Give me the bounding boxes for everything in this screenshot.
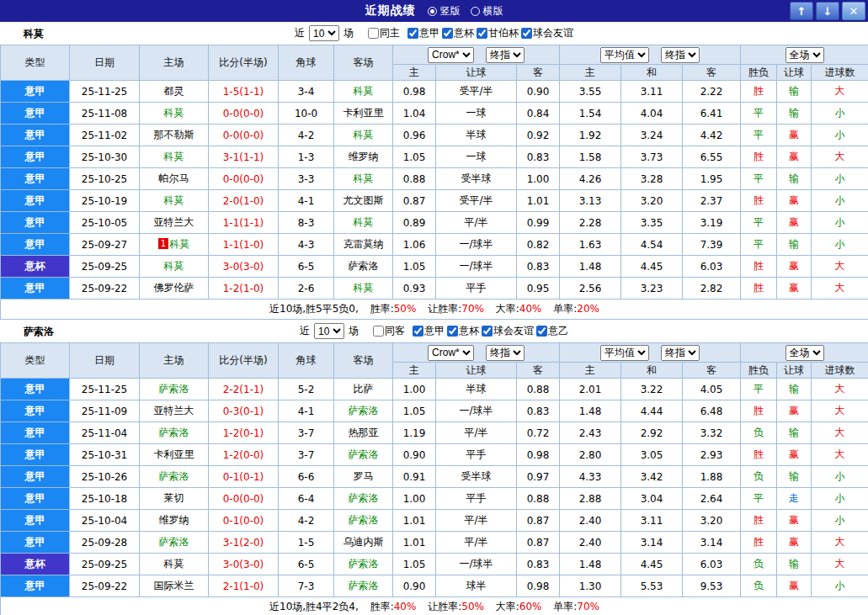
away-team-label: 萨索洛 [349, 580, 379, 591]
subcol-result-wdl: 胜负 [741, 363, 777, 379]
final-odds-select[interactable]: 终指 [486, 47, 525, 63]
cell-corner: 3-7 [279, 444, 334, 466]
cell-ah-line: 半球 [436, 125, 517, 146]
average-select[interactable]: 平均值 [600, 47, 649, 63]
league-checkbox-friendly[interactable]: 球会友谊 [521, 26, 573, 40]
match-row: 意甲25-10-05亚特兰大1-1(1-1)8-3科莫0.89平/半0.992.… [1, 212, 868, 234]
cell-result-wdl: 胜 [741, 444, 777, 466]
league-checkbox-serie-b[interactable]: 意乙 [536, 324, 568, 338]
league-checkbox-serie-a[interactable]: 意甲 [413, 324, 445, 338]
league-checkbox-coppa[interactable]: 意杯 [442, 26, 474, 40]
final-odds-select-2[interactable]: 终指 [661, 47, 700, 63]
cell-result-handicap: 赢 [777, 532, 812, 554]
cell-result-goals: 大 [812, 422, 868, 444]
same-venue-checkbox[interactable]: 同主 [368, 26, 400, 40]
cell-result-goals: 小 [812, 212, 868, 234]
cell-date: 25-11-02 [70, 125, 140, 146]
cell-ah-home: 1.01 [393, 532, 436, 554]
radio-vertical-layout[interactable]: 竖版 [428, 4, 461, 19]
match-count-select[interactable]: 10 [309, 25, 339, 41]
cell-result-goals: 大 [812, 81, 868, 103]
cell-corner: 3-4 [279, 81, 334, 103]
col-type: 类型 [1, 343, 70, 379]
league-checkbox-gamper[interactable]: 甘伯杯 [477, 26, 519, 40]
odd-rate: 单率:20% [553, 303, 599, 315]
scroll-up-button[interactable]: ↑ [790, 2, 813, 20]
close-button[interactable]: ✕ [842, 2, 865, 20]
subcol-result-ah: 让球 [777, 65, 812, 81]
cell-league: 意甲 [1, 379, 70, 400]
cell-eu-away: 1.88 [683, 466, 741, 488]
euro-odds-select-group: 平均值 终指 [560, 45, 741, 65]
same-venue-checkbox[interactable]: 同客 [373, 324, 405, 338]
same-venue-input[interactable] [373, 326, 384, 337]
cell-corner: 5-2 [279, 379, 334, 400]
cell-date: 25-11-04 [70, 422, 140, 444]
league-checkbox-serie-a[interactable]: 意甲 [407, 26, 439, 40]
match-count-select[interactable]: 10 [314, 323, 344, 339]
col-score: 比分(半场) [209, 45, 279, 81]
cell-home: 佛罗伦萨 [140, 278, 209, 300]
cell-eu-home: 4.26 [560, 168, 621, 190]
cell-result-handicap: 赢 [777, 575, 812, 597]
cell-home: 萨索洛 [140, 532, 209, 554]
cell-ah-home: 1.19 [393, 422, 436, 444]
cell-ah-away: 0.88 [517, 488, 560, 510]
cell-ah-line: 受半球 [436, 466, 517, 488]
scope-select[interactable]: 全场 [785, 47, 824, 63]
win-rate: 胜率:50% [370, 303, 417, 315]
scope-select-group: 全场 [741, 45, 868, 65]
bookmaker-select[interactable]: Crow* [428, 345, 474, 361]
cell-away: 科莫 [334, 125, 393, 146]
layout-radio-group: 竖版 横版 [428, 4, 503, 19]
subcol-result-wdl: 胜负 [741, 65, 777, 81]
final-odds-select-2[interactable]: 终指 [661, 345, 700, 361]
cell-result-handicap: 输 [777, 81, 812, 103]
cell-result-wdl: 胜 [741, 190, 777, 212]
average-select[interactable]: 平均值 [600, 345, 649, 361]
home-team-label: 帕尔马 [159, 172, 189, 184]
cell-home: 科莫 [140, 190, 209, 212]
radio-horizontal-label: 横版 [483, 4, 503, 19]
cell-score: 0-0(0-0) [209, 125, 279, 146]
cell-result-handicap: 赢 [777, 256, 812, 278]
home-team-label: 萨索洛 [159, 383, 189, 395]
cell-league: 意甲 [1, 444, 70, 466]
cell-eu-home: 2.28 [560, 212, 621, 234]
cell-league: 意甲 [1, 422, 70, 444]
cell-home: 卡利亚里 [140, 444, 209, 466]
league-checkbox-coppa[interactable]: 意杯 [447, 324, 479, 338]
cell-league: 意甲 [1, 575, 70, 597]
same-venue-input[interactable] [368, 28, 379, 39]
radio-horizontal-layout[interactable]: 横版 [471, 4, 503, 19]
cell-home: 科莫 [140, 146, 209, 168]
away-team-label: 科莫 [354, 85, 374, 97]
col-date: 日期 [70, 45, 140, 81]
cell-eu-home: 2.01 [560, 379, 621, 400]
league-checkbox-friendly[interactable]: 球会友谊 [482, 324, 534, 338]
cell-eu-home: 2.56 [560, 278, 621, 300]
cell-ah-away: 0.97 [517, 466, 560, 488]
cell-away: 科莫 [334, 212, 393, 234]
final-odds-select[interactable]: 终指 [486, 345, 525, 361]
home-team-label: 国际米兰 [154, 580, 194, 591]
cell-corner: 4-1 [279, 190, 334, 212]
cell-ah-line: 一/球半 [436, 400, 517, 422]
subcol-result-goals: 进球数 [812, 363, 868, 379]
cell-ah-away: 0.99 [517, 212, 560, 234]
cell-result-goals: 大 [812, 278, 868, 300]
home-team-label: 科莫 [169, 238, 189, 250]
bookmaker-select[interactable]: Crow* [428, 47, 474, 63]
cell-home: 科莫 [140, 103, 209, 125]
cell-league: 意甲 [1, 278, 70, 300]
scroll-down-button[interactable]: ↓ [816, 2, 839, 20]
match-row: 意甲25-09-22佛罗伦萨1-2(1-0)2-6科莫0.93平手0.952.5… [1, 278, 868, 300]
cell-eu-away: 3.32 [683, 422, 741, 444]
scope-select[interactable]: 全场 [785, 345, 824, 361]
cell-corner: 3-7 [279, 422, 334, 444]
col-home: 主场 [140, 45, 209, 81]
cell-ah-away: 0.87 [517, 532, 560, 554]
match-row: 意甲25-10-31卡利亚里1-2(0-0)3-7萨索洛0.90平手0.982.… [1, 444, 868, 466]
match-row: 意甲25-11-08科莫0-0(0-0)10-0卡利亚里1.04一球0.841.… [1, 103, 868, 125]
cell-result-wdl: 平 [741, 234, 777, 256]
